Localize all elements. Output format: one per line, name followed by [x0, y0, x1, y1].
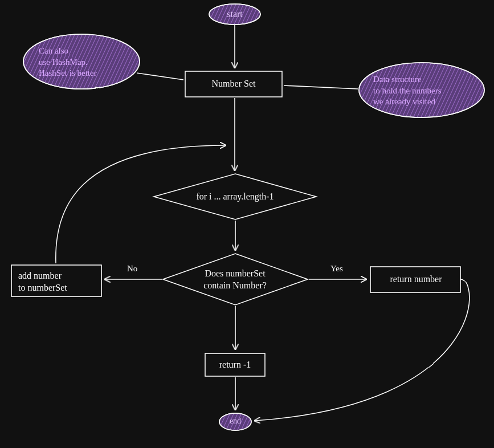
edge-addnumber-loop: [56, 145, 225, 263]
number-set-node: [185, 71, 282, 97]
loop-node: [154, 174, 316, 219]
return-neg1-node: [205, 353, 265, 376]
edge-callout-right: [284, 85, 358, 89]
edge-callout-left: [137, 73, 183, 80]
decision-node: [163, 254, 308, 305]
return-number-node: [370, 267, 460, 292]
edge-returnnumber-end: [255, 279, 469, 421]
add-number-node: [11, 265, 101, 296]
